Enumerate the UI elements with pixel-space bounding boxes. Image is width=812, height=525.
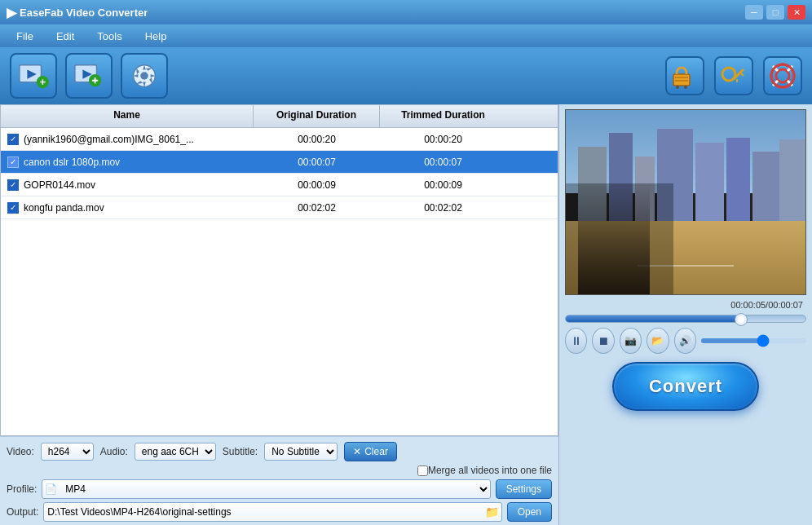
menu-help[interactable]: Help — [135, 28, 177, 45]
merge-label: Merge all videos into one file — [428, 465, 552, 476]
row-orig-duration: 00:00:20 — [254, 134, 380, 145]
settings-button[interactable] — [121, 53, 168, 99]
subtitle-label: Subtitle: — [223, 446, 258, 457]
clear-button[interactable]: ✕ Clear — [344, 442, 397, 461]
file-name: canon dslr 1080p.mov — [24, 157, 120, 168]
browse-folder-icon[interactable]: 📁 — [485, 505, 499, 518]
row-trim-duration: 00:00:20 — [380, 134, 506, 145]
svg-text:+: + — [40, 76, 46, 88]
close-button[interactable]: ✕ — [788, 5, 805, 20]
svg-rect-11 — [673, 74, 690, 86]
svg-point-12 — [676, 86, 679, 89]
col-orig-header: Original Duration — [254, 105, 380, 127]
row-orig-duration: 00:00:07 — [254, 157, 380, 168]
menu-tools[interactable]: Tools — [87, 28, 131, 45]
profile-icon: 📄 — [45, 483, 57, 495]
help-button[interactable] — [763, 56, 802, 95]
row-trim-duration: 00:00:09 — [380, 179, 506, 191]
row-name: (yannik1960@gmail.com)IMG_8061_... — [1, 134, 254, 145]
profile-row: Profile: MP4 📄 Settings — [7, 479, 552, 499]
svg-point-16 — [722, 68, 735, 81]
row-orig-duration: 00:00:09 — [254, 179, 380, 191]
table-row[interactable]: GOPR0144.mov 00:00:09 00:00:09 — [1, 174, 558, 196]
svg-point-26 — [771, 64, 794, 87]
video-select[interactable]: h264 — [41, 443, 94, 461]
add-video-button[interactable]: + — [10, 53, 57, 99]
col-name-header: Name — [1, 105, 254, 127]
volume-button[interactable]: 🔊 — [674, 328, 696, 354]
output-path-input[interactable] — [43, 502, 501, 522]
bottom-controls: Video: h264 Audio: eng aac 6CH Subtitle:… — [0, 436, 558, 525]
merge-row: Merge all videos into one file — [7, 465, 552, 476]
row-checkbox[interactable] — [7, 202, 19, 214]
file-list-area: Name Original Duration Trimmed Duration … — [0, 104, 558, 436]
toolbar: + — [0, 47, 812, 104]
table-row[interactable]: kongfu panda.mov 00:02:02 00:02:02 — [1, 196, 558, 219]
merge-checkbox[interactable] — [417, 465, 428, 476]
clear-label: Clear — [364, 446, 388, 457]
file-list-header: Name Original Duration Trimmed Duration — [1, 105, 558, 128]
file-name: kongfu panda.mov — [24, 202, 104, 214]
toolbar-right — [665, 56, 802, 95]
player-controls: ⏸ ⏹ 📷 📂 🔊 — [565, 328, 806, 354]
svg-point-10 — [140, 72, 148, 80]
left-panel: Name Original Duration Trimmed Duration … — [0, 104, 559, 525]
volume-slider[interactable] — [701, 338, 806, 343]
window-controls: ─ □ ✕ — [745, 5, 805, 20]
title-bar: ▶ EaseFab Video Converter ─ □ ✕ — [0, 0, 812, 24]
stop-button[interactable]: ⏹ — [592, 328, 614, 354]
profile-label: Profile: — [7, 483, 37, 495]
row-checkbox[interactable] — [7, 134, 19, 145]
svg-point-21 — [776, 69, 789, 82]
row-name: canon dslr 1080p.mov — [1, 157, 254, 168]
row-name: kongfu panda.mov — [1, 202, 254, 214]
output-row: Output: 📁 Open — [7, 502, 552, 522]
right-panel: 00:00:05/00:00:07 ⏸ ⏹ 📷 📂 🔊 Convert — [559, 104, 812, 525]
video-preview — [565, 109, 806, 295]
svg-rect-8 — [95, 77, 96, 84]
file-name: (yannik1960@gmail.com)IMG_8061_... — [24, 134, 194, 145]
progress-fill — [566, 315, 741, 322]
progress-thumb[interactable] — [735, 313, 748, 326]
time-display-row: 00:00:05/00:00:07 — [565, 300, 806, 310]
av-controls-row: Video: h264 Audio: eng aac 6CH Subtitle:… — [7, 442, 552, 461]
key-button[interactable] — [714, 56, 753, 95]
menu-file[interactable]: File — [7, 28, 43, 45]
pause-button[interactable]: ⏸ — [565, 328, 587, 354]
app-title: EaseFab Video Converter — [20, 7, 148, 19]
convert-button[interactable]: Convert — [612, 362, 759, 411]
output-label: Output: — [7, 506, 38, 518]
menu-edit[interactable]: Edit — [46, 28, 84, 45]
output-input-wrap: 📁 — [43, 502, 501, 522]
menu-bar: File Edit Tools Help — [0, 24, 812, 47]
main-content: Name Original Duration Trimmed Duration … — [0, 104, 812, 525]
row-checkbox[interactable] — [7, 179, 19, 191]
edit-video-button[interactable] — [65, 53, 113, 99]
open-file-button[interactable]: 📂 — [647, 328, 669, 354]
row-checkbox[interactable] — [7, 157, 19, 168]
preview-time: 00:00:05/00:00:07 — [730, 300, 806, 310]
audio-label: Audio: — [100, 446, 128, 457]
profile-settings-button[interactable]: Settings — [496, 479, 552, 499]
col-trim-header: Trimmed Duration — [380, 105, 506, 127]
screenshot-button[interactable]: 📷 — [620, 328, 642, 354]
video-label: Video: — [7, 446, 34, 457]
minimize-button[interactable]: ─ — [745, 5, 763, 20]
row-orig-duration: 00:02:02 — [254, 202, 380, 214]
subtitle-select[interactable]: No Subtitle — [264, 443, 338, 461]
progress-bar[interactable] — [565, 315, 806, 323]
audio-select[interactable]: eng aac 6CH — [135, 443, 216, 461]
buy-button[interactable] — [665, 56, 704, 95]
row-name: GOPR0144.mov — [1, 179, 254, 191]
app-icon: ▶ — [7, 5, 16, 20]
clear-icon: ✕ — [353, 446, 361, 457]
svg-line-18 — [740, 73, 744, 76]
svg-point-13 — [684, 86, 687, 89]
file-name: GOPR0144.mov — [24, 179, 95, 191]
maximize-button[interactable]: □ — [766, 5, 784, 20]
profile-select[interactable]: MP4 — [42, 479, 490, 499]
table-row[interactable]: canon dslr 1080p.mov 00:00:07 00:00:07 — [1, 151, 558, 174]
row-trim-duration: 00:02:02 — [380, 202, 506, 214]
table-row[interactable]: (yannik1960@gmail.com)IMG_8061_... 00:00… — [1, 128, 558, 151]
open-output-button[interactable]: Open — [507, 502, 552, 522]
